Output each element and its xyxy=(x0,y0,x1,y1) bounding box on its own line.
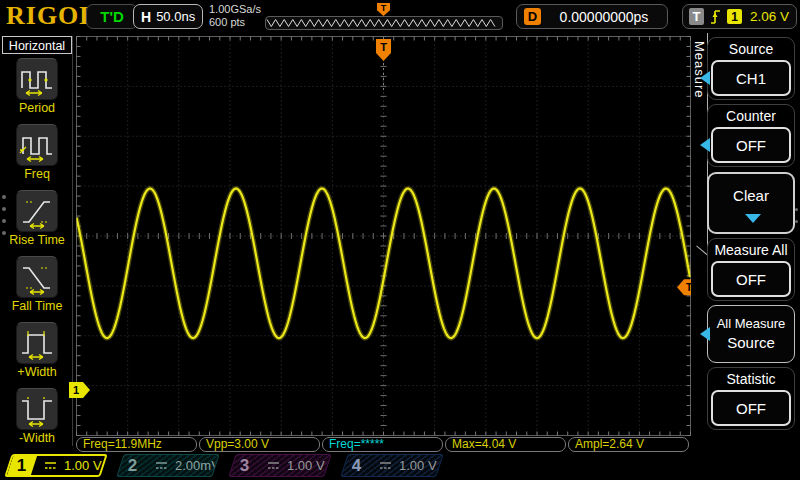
measure-item-label: +Width xyxy=(0,365,74,379)
channel-4-scale: 1.00 V xyxy=(399,458,437,473)
left-arrow-icon xyxy=(700,71,710,85)
measurement-result-2[interactable]: Vpp=3.00 V xyxy=(199,437,320,452)
horizontal-scale-value: 50.0ns xyxy=(156,9,195,24)
trigger-icon: T xyxy=(689,8,704,25)
freq-icon xyxy=(16,124,58,166)
measure-all-value: OFF xyxy=(711,261,791,297)
left-menu-page-dot xyxy=(2,195,6,199)
channel-4-tab[interactable]: 4 1.00 V xyxy=(340,454,443,477)
measurement-result-1[interactable]: Freq=11.9MHz xyxy=(76,437,197,452)
fall-time-icon xyxy=(16,256,58,298)
waveform-minimap[interactable] xyxy=(265,16,503,30)
channel-3-scale: 1.00 V xyxy=(287,458,325,473)
measure-item-period[interactable]: Period xyxy=(0,58,74,115)
left-menu-page-dot xyxy=(2,219,6,223)
left-arrow-icon xyxy=(700,327,710,341)
clear-label: Clear xyxy=(709,187,793,204)
left-menu-page-dot xyxy=(2,231,6,235)
left-arrow-icon xyxy=(700,138,710,152)
plus-width-icon xyxy=(16,322,58,364)
all-measure-line2: Source xyxy=(708,334,794,351)
dc-coupling-icon xyxy=(267,461,280,470)
measurement-result-3[interactable]: Freq=***** xyxy=(322,437,443,452)
channel-1-tab[interactable]: 1 1.00 V xyxy=(4,454,107,477)
menu-item-measure-all[interactable]: Measure All OFF xyxy=(707,238,795,301)
left-menu-page-dot xyxy=(2,207,6,211)
down-arrow-icon xyxy=(745,214,761,223)
graticule: T1T xyxy=(0,0,800,480)
menu-item-source[interactable]: Source CH1 xyxy=(707,37,795,100)
source-value: CH1 xyxy=(711,60,791,96)
trigger-status-badge: T'D xyxy=(86,4,138,29)
measure-item-fall-time[interactable]: Fall Time xyxy=(0,256,74,313)
channel-1-waveform-trace xyxy=(77,189,691,339)
right-menu-page-dot xyxy=(795,220,798,223)
measure-item-label: Rise Time xyxy=(0,233,74,247)
measure-item-rise-time[interactable]: Rise Time xyxy=(0,190,74,247)
svg-text:T: T xyxy=(380,41,387,53)
measure-item-label: Period xyxy=(0,101,74,115)
measure-item-label: Freq xyxy=(0,167,74,181)
menu-item-label: Measure All xyxy=(708,241,794,259)
counter-value: OFF xyxy=(711,127,791,163)
dc-coupling-icon xyxy=(155,461,168,470)
oscilloscope-screen: RIGOL T'D H 50.0ns 1.00GSa/s 600 pts T D… xyxy=(0,0,800,480)
menu-item-statistic[interactable]: Statistic OFF xyxy=(707,367,795,430)
measure-item-label: -Width xyxy=(0,431,74,445)
sample-rate: 1.00GSa/s xyxy=(209,3,261,16)
memory-depth: 600 pts xyxy=(209,16,261,29)
measure-item-minus-width[interactable]: -Width xyxy=(0,388,74,445)
trigger-level-value: 2.06 V xyxy=(750,9,789,24)
rise-time-icon xyxy=(16,190,58,232)
left-menu-title: Horizontal xyxy=(2,36,72,54)
rigol-logo: RIGOL xyxy=(6,1,98,31)
right-menu-page-dot xyxy=(795,208,798,211)
channel-3-tab[interactable]: 3 1.00 V xyxy=(228,454,331,477)
menu-item-counter[interactable]: Counter OFF xyxy=(707,104,795,167)
menu-item-label: Source xyxy=(708,40,794,58)
measure-item-plus-width[interactable]: +Width xyxy=(0,322,74,379)
delay-value: 0.00000000ps xyxy=(560,9,649,25)
channel-1-scale: 1.00 V xyxy=(64,458,102,473)
minimap-waveform xyxy=(266,17,500,29)
menu-item-label: Counter xyxy=(708,107,794,125)
trigger-source-badge: 1 xyxy=(727,9,742,24)
minimap-trigger-position-marker[interactable]: T xyxy=(377,3,390,16)
menu-item-all-measure-source[interactable]: All Measure Source xyxy=(707,305,795,363)
acquisition-info: 1.00GSa/s 600 pts xyxy=(209,3,261,29)
right-menu-panel: Measure Source CH1 Counter OFF Clear Mea… xyxy=(691,33,800,480)
minus-width-icon xyxy=(16,388,58,430)
period-icon xyxy=(16,58,58,100)
delay-icon: D xyxy=(524,8,541,25)
trigger-settings-box[interactable]: T 1 2.06 V xyxy=(682,4,797,29)
measure-item-freq[interactable]: Freq xyxy=(0,124,74,181)
dc-coupling-icon xyxy=(44,461,57,470)
all-measure-line1: All Measure xyxy=(708,316,794,331)
menu-tab-measure[interactable]: Measure xyxy=(691,41,707,141)
menu-item-label: Statistic xyxy=(708,370,794,388)
channel-2-tab[interactable]: 2 2.00mV xyxy=(116,454,219,477)
horizontal-label: H xyxy=(141,9,151,25)
rising-edge-icon xyxy=(710,8,721,25)
statistic-value: OFF xyxy=(711,390,791,426)
channel-2-scale: 2.00mV xyxy=(175,458,220,473)
measure-item-label: Fall Time xyxy=(0,299,74,313)
measurement-result-4[interactable]: Max=4.04 V xyxy=(445,437,566,452)
dc-coupling-icon xyxy=(379,461,392,470)
delay-box[interactable]: D 0.00000000ps xyxy=(516,4,668,29)
horizontal-scale-box[interactable]: H 50.0ns xyxy=(133,4,203,29)
trigger-position-marker[interactable] xyxy=(376,39,391,61)
measurement-result-5[interactable]: Ampl=2.64 V xyxy=(568,437,689,452)
menu-item-clear[interactable]: Clear xyxy=(707,172,795,234)
